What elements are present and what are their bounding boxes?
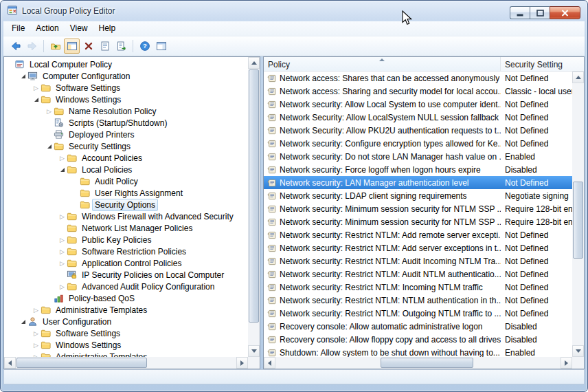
tree-item[interactable]: Security Settings [4,140,248,152]
expander-collapsed-icon[interactable]: ▷ [58,260,67,267]
tree-item[interactable]: Network List Manager Policies [4,222,248,234]
policy-row[interactable]: Network security: LDAP client signing re… [264,189,572,202]
expander-collapsed-icon[interactable]: ▷ [32,342,41,349]
tree-item[interactable]: Deployed Printers [4,129,248,140]
tree-item[interactable]: Audit Policy [4,175,248,187]
help-button[interactable]: ? [137,39,152,54]
tree-item[interactable]: ▷Software Settings [4,82,248,94]
expander-collapsed-icon[interactable]: ▷ [58,237,67,243]
title-bar[interactable]: Local Group Policy Editor [1,1,587,21]
maximize-button[interactable] [530,6,550,19]
tree-item[interactable]: ▷Windows Firewall with Advanced Security [4,210,248,222]
tree-item[interactable]: User Rights Assignment [4,187,248,199]
tree-vertical-scrollbar[interactable] [248,57,260,357]
expander-expanded-icon[interactable] [19,320,27,324]
scrollbar-thumb[interactable] [381,358,473,368]
policy-row[interactable]: Network security: Do not store LAN Manag… [264,150,572,163]
scroll-right-button[interactable] [236,357,248,369]
policy-row[interactable]: Network security: Restrict NTLM: Incomin… [264,281,572,294]
policy-row[interactable]: Network security: LAN Manager authentica… [264,176,572,189]
policy-row[interactable]: Network security: Configure encryption t… [264,137,572,150]
list-vertical-scrollbar[interactable] [572,72,584,357]
up-one-level-button[interactable] [47,39,63,54]
policy-row[interactable]: Network security: Allow Local System to … [264,98,572,111]
menu-item-file[interactable]: File [6,21,30,36]
policy-row[interactable]: Network security: Restrict NTLM: Audit N… [264,268,572,281]
tree-item[interactable]: ▷Advanced Audit Policy Configuration [4,281,248,292]
tree-item[interactable]: IP Security Policies on Local Computer [4,269,248,281]
close-button[interactable] [550,6,580,19]
tree-item[interactable]: ▷Application Control Policies [4,257,248,269]
scroll-down-button[interactable] [572,345,584,357]
tree-item[interactable]: Local Computer Policy [4,58,248,70]
expander-expanded-icon[interactable] [58,168,67,172]
policy-row[interactable]: Shutdown: Allow system to be shut down w… [264,346,572,357]
tree-horizontal-scrollbar[interactable] [4,357,248,369]
expander-collapsed-icon[interactable]: ▷ [58,248,67,255]
scroll-left-button[interactable] [264,357,275,369]
policy-row[interactable]: Network security: Minimum session securi… [264,215,572,228]
scroll-right-button[interactable] [561,357,572,369]
expander-collapsed-icon[interactable]: ▷ [58,283,67,290]
policy-row[interactable]: Network Security: Allow PKU2U authentica… [264,124,572,137]
policy-row[interactable]: Network security: Force logoff when logo… [264,163,572,176]
policy-row[interactable]: Recovery console: Allow floppy copy and … [264,333,572,346]
policy-row[interactable]: Network security: Restrict NTLM: Add rem… [264,228,572,241]
menu-item-view[interactable]: View [65,21,93,36]
expander-expanded-icon[interactable] [45,144,54,149]
tree-item[interactable]: ▷Public Key Policies [4,234,248,246]
tree-item[interactable]: Security Options [4,199,248,210]
policy-row[interactable]: Network security: Restrict NTLM: Add ser… [264,241,572,254]
expander-collapsed-icon[interactable]: ▷ [32,330,41,337]
expander-collapsed-icon[interactable]: ▷ [32,307,41,314]
forward-button[interactable] [24,39,40,54]
scroll-up-button[interactable] [572,72,584,83]
tree-item[interactable]: Scripts (Startup/Shutdown) [4,117,248,129]
tree-item[interactable]: User Configuration [4,316,248,327]
export-list-button[interactable] [113,39,129,54]
tree-item[interactable]: ▷Name Resolution Policy [4,105,248,117]
show-console-tree-button[interactable] [64,39,80,54]
tree-item[interactable]: ▷Windows Settings [4,339,248,351]
policy-row[interactable]: Network access: Shares that can be acces… [264,72,572,85]
policy-row[interactable]: Network security: Restrict NTLM: Outgoin… [264,307,572,320]
policy-row[interactable]: Recovery console: Allow automatic admini… [264,320,572,333]
column-header-policy[interactable]: Policy [264,57,501,71]
expander-collapsed-icon[interactable]: ▷ [32,85,41,91]
policy-row[interactable]: Network security: Minimum session securi… [264,202,572,215]
policy-row[interactable]: Network Security: Allow LocalSystem NULL… [264,111,572,124]
expander-expanded-icon[interactable] [19,74,27,78]
expander-expanded-icon[interactable] [32,98,41,102]
tree-item[interactable]: ▷Software Settings [4,327,248,339]
policy-row[interactable]: Network access: Sharing and security mod… [264,85,572,98]
scroll-up-button[interactable] [248,57,260,69]
expander-collapsed-icon[interactable]: ▷ [45,108,54,115]
tree-item[interactable]: Policy-based QoS [4,292,248,304]
policy-row[interactable]: Network security: Restrict NTLM: NTLM au… [264,294,572,307]
tree-item[interactable]: Local Policies [4,164,248,175]
delete-button[interactable] [80,39,96,54]
menu-item-action[interactable]: Action [30,21,64,36]
menu-item-help[interactable]: Help [93,21,122,36]
scroll-left-button[interactable] [4,357,16,369]
minimize-button[interactable] [510,6,530,19]
list-horizontal-scrollbar[interactable] [264,357,572,369]
tree-item[interactable]: ▷Administrative Templates [4,304,248,316]
tree-item[interactable]: ▷Account Policies [4,152,248,164]
computer-icon [27,71,40,81]
scroll-down-button[interactable] [248,345,260,357]
scrollbar-thumb[interactable] [16,358,147,368]
column-header-security-setting[interactable]: Security Setting [501,57,584,71]
tree-item[interactable]: Computer Configuration [4,70,248,82]
back-button[interactable] [8,39,23,54]
show-action-pane-button[interactable] [153,39,169,54]
policy-row[interactable]: Network security: Restrict NTLM: Audit I… [264,254,572,268]
tree-item[interactable]: ▷Administrative Templates [4,351,248,357]
expander-collapsed-icon[interactable]: ▷ [58,155,67,162]
tree-item[interactable]: Windows Settings [4,94,248,105]
expander-collapsed-icon[interactable]: ▷ [58,213,67,220]
scrollbar-thumb[interactable] [573,182,583,259]
tree-item[interactable]: ▷Software Restriction Policies [4,246,248,257]
properties-button[interactable] [97,39,113,54]
scrollbar-thumb[interactable] [249,69,259,323]
